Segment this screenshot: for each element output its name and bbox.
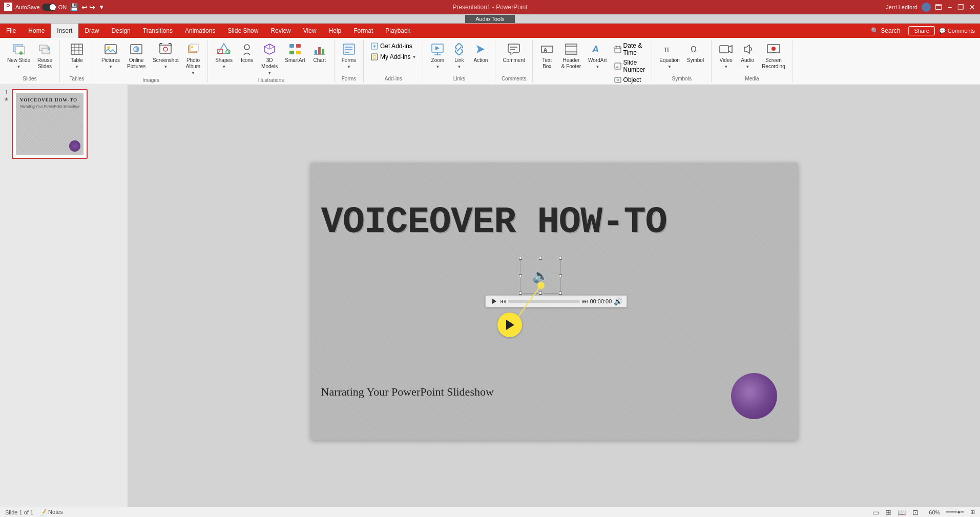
tab-file[interactable]: File	[0, 24, 22, 38]
audio-skip-forward-button[interactable]: ⏭	[582, 298, 588, 305]
handle-br[interactable]	[559, 292, 562, 295]
tab-help[interactable]: Help	[323, 24, 348, 38]
models-3d-button[interactable]: 3DModels ▼	[258, 41, 281, 76]
equation-button[interactable]: π Equation ▼	[656, 41, 682, 70]
forms-button[interactable]: Forms ▼	[339, 41, 359, 70]
view-slideshow-icon[interactable]: ⊡	[912, 508, 919, 516]
table-dropdown[interactable]: ▼	[75, 65, 79, 69]
wordart-button[interactable]: A WordArt ▼	[585, 41, 610, 70]
zoom-slider[interactable]: ━━━●━	[946, 509, 964, 515]
shapes-button[interactable]: Shapes ▼	[212, 41, 236, 70]
tab-animations[interactable]: Animations	[179, 24, 221, 38]
text-box-button[interactable]: A TextBox	[537, 41, 557, 71]
header-footer-button[interactable]: Header& Footer	[558, 41, 584, 71]
view-slidesorter-icon[interactable]: ⊞	[885, 508, 891, 516]
handle-lm[interactable]	[519, 274, 522, 277]
audio-timeline[interactable]	[508, 300, 580, 303]
handle-bl[interactable]	[519, 292, 522, 295]
audio-dropdown[interactable]: ▼	[745, 65, 749, 69]
slide-title: VOICEOVER HOW-TO	[321, 204, 787, 241]
comments-button[interactable]: 💬 Comments	[939, 28, 975, 34]
auto-save-toggle[interactable]	[42, 4, 56, 11]
slide-canvas[interactable]: VOICEOVER HOW-TO 🔊 ⏮	[311, 163, 798, 440]
table-button[interactable]: Table ▼	[64, 41, 90, 70]
redo-icon[interactable]: ↪	[89, 3, 95, 11]
ribbon-group-media: Video ▼ Audio ▼ ScreenRecording Media	[712, 40, 793, 82]
equation-dropdown[interactable]: ▼	[668, 65, 672, 69]
online-pictures-button[interactable]: OnlinePictures	[124, 41, 149, 71]
date-time-button[interactable]: Date &Time	[611, 41, 648, 57]
audio-button[interactable]: Audio ▼	[737, 41, 758, 70]
my-addins-button[interactable]: My Add-ins ▼	[368, 52, 419, 62]
slide-number-button[interactable]: # SlideNumber	[611, 58, 648, 74]
get-addins-button[interactable]: Get Add-ins	[368, 41, 419, 51]
photo-album-dropdown[interactable]: ▼	[191, 71, 195, 75]
play-overlay-button[interactable]	[497, 313, 522, 337]
tab-home[interactable]: Home	[22, 24, 51, 38]
tab-design[interactable]: Design	[105, 24, 136, 38]
addins-group-label: Add-ins	[385, 75, 402, 81]
tab-view[interactable]: View	[297, 24, 323, 38]
minimize-button[interactable]: −	[946, 4, 953, 11]
object-button[interactable]: Object	[611, 75, 648, 85]
smartart-button[interactable]: SmartArt	[282, 41, 308, 65]
my-addins-dropdown[interactable]: ▼	[412, 55, 416, 59]
photo-album-button[interactable]: PhotoAlbum ▼	[183, 41, 203, 76]
icons-button[interactable]: Icons	[237, 41, 257, 65]
tables-group-items: Table ▼	[64, 41, 90, 75]
share-button[interactable]: Share	[908, 26, 934, 35]
zoom-dropdown[interactable]: ▼	[435, 65, 440, 69]
more-tools-icon[interactable]: ▼	[98, 4, 105, 11]
tab-review[interactable]: Review	[264, 24, 297, 38]
new-slide-dropdown[interactable]: ▼	[17, 65, 21, 69]
handle-tr[interactable]	[559, 257, 562, 260]
zoom-button[interactable]: Zoom ▼	[427, 41, 448, 70]
view-reading-icon[interactable]: 📖	[898, 508, 906, 516]
handle-tl[interactable]	[519, 257, 522, 260]
chart-button[interactable]: Chart	[309, 41, 330, 65]
audio-volume-button[interactable]: 🔊	[614, 297, 622, 305]
new-slide-button[interactable]: New Slide ▼	[4, 41, 33, 70]
link-button[interactable]: Link ▼	[449, 41, 469, 70]
handle-rm[interactable]	[559, 274, 562, 277]
screenshot-dropdown[interactable]: ▼	[164, 65, 168, 69]
handle-bm[interactable]	[539, 292, 542, 295]
search-box[interactable]: 🔍 Search	[867, 26, 904, 35]
notes-button[interactable]: 📝 Notes	[39, 509, 63, 515]
close-button[interactable]: ✕	[969, 4, 976, 11]
comment-button[interactable]: Comment	[499, 41, 528, 65]
handle-tm[interactable]	[539, 257, 542, 260]
restore-button[interactable]: ❐	[957, 4, 965, 11]
zoom-fit-icon[interactable]: ⊞	[970, 509, 975, 515]
view-normal-icon[interactable]: ▭	[872, 508, 879, 516]
shapes-dropdown[interactable]: ▼	[222, 65, 226, 69]
video-button[interactable]: Video ▼	[716, 41, 736, 70]
svg-rect-72	[615, 77, 621, 82]
ribbon-display-icon[interactable]: 🗔	[935, 3, 942, 11]
tab-insert[interactable]: Insert	[51, 24, 78, 38]
symbol-button[interactable]: Ω Symbol	[684, 41, 707, 65]
pictures-dropdown[interactable]: ▼	[109, 65, 113, 69]
tab-draw[interactable]: Draw	[78, 24, 105, 38]
get-addins-label: Get Add-ins	[380, 43, 412, 50]
screenshot-button[interactable]: Screenshot ▼	[150, 41, 182, 70]
forms-dropdown[interactable]: ▼	[347, 65, 351, 69]
audio-play-button[interactable]	[490, 297, 498, 305]
pictures-button[interactable]: Pictures ▼	[98, 41, 123, 70]
tab-transitions[interactable]: Transitions	[137, 24, 179, 38]
models-3d-dropdown[interactable]: ▼	[267, 71, 272, 75]
action-button[interactable]: Action	[470, 41, 491, 65]
tab-playback[interactable]: Playback	[379, 24, 416, 38]
undo-icon[interactable]: ↩	[81, 3, 88, 11]
video-dropdown[interactable]: ▼	[724, 65, 728, 69]
wordart-dropdown[interactable]: ▼	[595, 65, 599, 69]
ribbon-group-text: A TextBox Header& Footer A WordArt ▼	[533, 40, 653, 82]
slide-thumbnail[interactable]: VOICEOVER HOW-TO Narrating Your PowerPoi…	[12, 89, 88, 159]
tab-slideshow[interactable]: Slide Show	[221, 24, 264, 38]
tab-format[interactable]: Format	[347, 24, 379, 38]
audio-skip-back-button[interactable]: ⏮	[500, 298, 506, 305]
screen-recording-button[interactable]: ScreenRecording	[759, 41, 788, 71]
reuse-slides-button[interactable]: ReuseSlides	[34, 41, 55, 71]
save-icon[interactable]: 💾	[70, 3, 78, 11]
link-dropdown[interactable]: ▼	[457, 65, 461, 69]
